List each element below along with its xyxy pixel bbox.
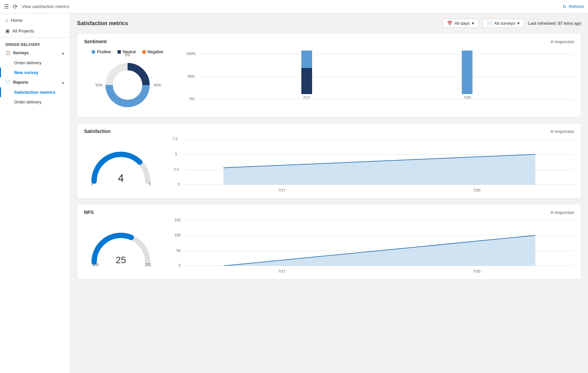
nps-x-720: 7/20 xyxy=(473,269,480,273)
nps-gauge-section: 25 -100 100 150 100 50 xyxy=(84,220,574,274)
nps-gauge-min: -100 xyxy=(91,263,99,267)
sentiment-title: Sentiment xyxy=(84,39,550,44)
y-50: 50 xyxy=(176,248,180,252)
satisfaction-area-chart: 7.5 5 2.5 0 xyxy=(171,139,574,193)
donut-chart-wrapper: 0% 50% 50% xyxy=(101,58,154,112)
filter-surveys-label: All surveys xyxy=(494,21,515,26)
nps-x-717: 7/17 xyxy=(278,269,285,273)
sentiment-card: Sentiment 4 responses Positive Neutral xyxy=(77,33,581,118)
hamburger-icon[interactable]: ☰ xyxy=(4,3,9,10)
calendar-icon: 📅 xyxy=(447,21,452,26)
chevron-down-icon: ▾ xyxy=(472,21,474,26)
sentiment-card-header: Sentiment 4 responses xyxy=(84,39,574,44)
survey-icon: 📄 xyxy=(487,21,492,26)
last-refreshed-text: Last refreshed :57 mins ago xyxy=(528,21,581,26)
filter-surveys-button[interactable]: 📄 All surveys ▾ xyxy=(483,19,524,28)
filter-days-label: All days xyxy=(454,21,470,26)
satisfaction-gauge-wrapper: 4 1 5 xyxy=(84,144,158,188)
legend-dot-neutral xyxy=(118,50,121,54)
y-label-50: 50% xyxy=(188,74,195,78)
legend-positive: Positive xyxy=(92,50,111,54)
sidebar-surveys-header[interactable]: 📋 Surveys ▲ xyxy=(0,48,70,58)
sidebar-item-satisfaction-metrics[interactable]: Satisfaction metrics xyxy=(0,87,70,97)
reports-chevron-icon: ▲ xyxy=(61,81,65,84)
sidebar-divider xyxy=(0,38,70,38)
refresh-label: Refresh xyxy=(569,4,584,9)
legend-dot-negative xyxy=(142,50,146,54)
satisfaction-title: Satisfaction xyxy=(84,129,550,134)
surveys-label: Surveys xyxy=(13,51,29,55)
sidebar-section-label: Order delivery xyxy=(0,39,70,48)
sidebar-item-new-survey[interactable]: New survey xyxy=(0,68,70,77)
satisfaction-area-svg xyxy=(185,139,574,185)
topbar: ☰ ⟳ View satisfaction metrics ↻ Refresh xyxy=(0,0,588,13)
satisfaction-gauge-value: 4 xyxy=(118,172,124,184)
main-layout: ⌂ Home ▣ All Projects Order delivery 📋 S… xyxy=(0,13,588,373)
sidebar-item-all-projects[interactable]: ▣ All Projects xyxy=(0,25,70,36)
refresh-icon: ↻ xyxy=(563,4,567,9)
y-0-sat: 0 xyxy=(178,182,180,186)
sat-x-717: 7/17 xyxy=(278,188,285,192)
donut-section: Positive Neutral Negative xyxy=(84,50,171,112)
nps-gauge-value: 25 xyxy=(116,255,126,266)
sidebar-item-order-delivery-survey[interactable]: Order delivery xyxy=(0,58,70,68)
reports-label: Reports xyxy=(13,80,28,85)
page-header: Satisfaction metrics 📅 All days ▾ 📄 All … xyxy=(77,19,581,28)
home-label: Home xyxy=(11,18,22,23)
y-label-100: 100% xyxy=(186,52,196,56)
y-7-5: 7.5 xyxy=(172,137,177,141)
bar-x-label-2: 7/20 xyxy=(464,95,471,99)
bars-container: 7/17 7/20 xyxy=(200,54,574,99)
bar-positive-1 xyxy=(301,51,312,68)
nps-card-header: NPS 4 responses xyxy=(84,210,574,215)
y-150: 150 xyxy=(174,218,180,222)
nps-area-chart: 150 100 50 0 xyxy=(171,220,574,274)
legend-negative-label: Negative xyxy=(147,50,163,54)
sidebar: ⌂ Home ▣ All Projects Order delivery 📋 S… xyxy=(0,13,70,373)
filter-days-button[interactable]: 📅 All days ▾ xyxy=(443,19,479,28)
refresh-button[interactable]: ↻ Refresh xyxy=(563,4,584,9)
satisfaction-card: Satisfaction 4 responses 4 xyxy=(77,123,581,199)
sentiment-body: Positive Neutral Negative xyxy=(84,50,574,112)
svg-marker-3 xyxy=(223,154,535,185)
nps-gauge-max: 100 xyxy=(144,263,151,267)
main-content: Satisfaction metrics 📅 All days ▾ 📄 All … xyxy=(70,13,588,373)
satisfaction-gauge-section: 4 1 5 7.5 5 2.5 xyxy=(84,139,574,193)
bar-neutral-1 xyxy=(301,68,312,94)
page-icon: ⟳ xyxy=(13,3,18,10)
nps-title: NPS xyxy=(84,210,550,215)
legend-negative: Negative xyxy=(142,50,163,54)
nps-area-svg xyxy=(185,220,574,266)
legend-positive-label: Positive xyxy=(97,50,111,54)
surveys-icon: 📋 xyxy=(5,51,10,55)
donut-left-label: 50% xyxy=(95,83,103,87)
reports-icon: 📄 xyxy=(5,80,10,85)
sidebar-item-order-delivery-report[interactable]: Order delivery xyxy=(0,97,70,107)
satisfaction-responses: 4 responses xyxy=(550,129,574,134)
sidebar-reports-header[interactable]: 📄 Reports ▲ xyxy=(0,77,70,87)
sidebar-item-home[interactable]: ⌂ Home xyxy=(0,15,70,25)
home-icon: ⌂ xyxy=(5,17,8,23)
bar-group-2: 7/20 xyxy=(462,51,472,99)
nps-x-labels: 7/17 7/20 xyxy=(185,269,574,273)
legend-dot-positive xyxy=(92,50,95,54)
y-5: 5 xyxy=(175,152,177,156)
bar-chart: 100% 50% 0% xyxy=(185,54,574,107)
satisfaction-card-header: Satisfaction 4 responses xyxy=(84,129,574,134)
y-100: 100 xyxy=(174,233,180,237)
sat-x-720: 7/20 xyxy=(473,188,480,192)
nps-responses: 4 responses xyxy=(550,210,574,215)
bar-chart-section: 100% 50% 0% xyxy=(185,54,574,107)
donut-svg xyxy=(101,58,154,112)
nps-gauge-wrapper: 25 -100 100 xyxy=(84,225,158,269)
bar-positive-2 xyxy=(462,51,472,94)
y-label-0: 0% xyxy=(190,97,195,101)
satisfaction-gauge-max: 5 xyxy=(149,181,151,186)
donut-right-label: 50% xyxy=(154,83,161,87)
topbar-title: View satisfaction metrics xyxy=(22,4,69,9)
surveys-chevron-icon: ▲ xyxy=(61,51,65,55)
all-projects-label: All Projects xyxy=(12,28,34,33)
nps-card: NPS 4 responses 25 -100 100 xyxy=(77,204,581,280)
y-2-5: 2.5 xyxy=(174,167,179,171)
projects-icon: ▣ xyxy=(5,28,10,33)
